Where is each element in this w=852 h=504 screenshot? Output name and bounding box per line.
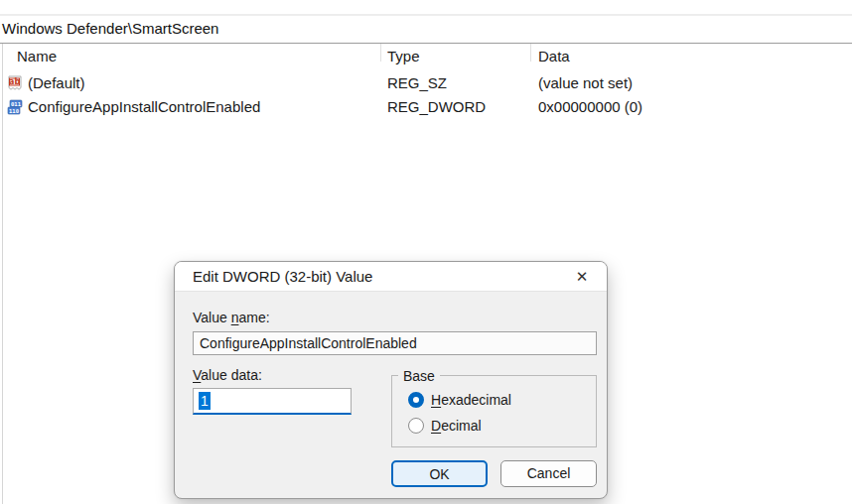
dialog-titlebar: Edit DWORD (32-bit) Value ✕ — [175, 262, 607, 292]
value-type-cell: REG_DWORD — [387, 95, 486, 119]
svg-text:011: 011 — [11, 101, 22, 107]
value-name-field[interactable]: ConfigureAppInstallControlEnabled — [193, 331, 597, 355]
string-value-icon: ab — [7, 75, 23, 91]
selected-value-text: 1 — [199, 392, 211, 410]
base-groupbox — [391, 375, 597, 447]
column-header-name[interactable]: Name — [17, 47, 57, 66]
value-data-cell: 0x00000000 (0) — [538, 95, 642, 119]
value-type-cell: REG_SZ — [387, 71, 447, 95]
decimal-radio-label[interactable]: Decimal — [431, 418, 482, 435]
close-button[interactable]: ✕ — [563, 262, 601, 292]
cancel-button[interactable]: Cancel — [500, 460, 597, 487]
decimal-radio[interactable] — [408, 418, 424, 434]
close-icon: ✕ — [576, 268, 589, 285]
value-data-cell: (value not set) — [538, 71, 633, 95]
column-header-data[interactable]: Data — [538, 47, 570, 66]
dialog-title: Edit DWORD (32-bit) Value — [193, 262, 372, 292]
column-separator[interactable] — [530, 44, 531, 62]
ok-button[interactable]: OK — [391, 460, 488, 487]
registry-path: Windows Defender\SmartScreen — [2, 20, 218, 37]
value-name-cell: (Default) — [28, 71, 85, 95]
column-separator[interactable] — [380, 44, 381, 62]
table-row-configureappinstallcontrolenabled[interactable]: 011 110 ConfigureAppInstallControlEnable… — [3, 95, 852, 119]
hexadecimal-radio[interactable] — [408, 392, 424, 408]
value-data-input[interactable]: 1 — [193, 388, 352, 415]
svg-text:110: 110 — [9, 108, 19, 114]
table-row-default[interactable]: ab (Default) REG_SZ (value not set) — [3, 71, 852, 95]
dword-value-icon: 011 110 — [7, 99, 23, 115]
value-name-label: Value name: — [193, 310, 270, 325]
toolbar-divider — [0, 14, 852, 16]
svg-text:ab: ab — [9, 77, 20, 86]
hexadecimal-radio-label[interactable]: Hexadecimal — [431, 392, 511, 409]
edit-dword-dialog: Edit DWORD (32-bit) Value ✕ Value name: … — [174, 261, 608, 499]
value-data-label: Value data: — [193, 367, 262, 383]
column-header-type[interactable]: Type — [387, 47, 420, 66]
base-groupbox-label: Base — [398, 368, 440, 384]
value-name-cell: ConfigureAppInstallControlEnabled — [28, 95, 260, 119]
list-pane-border-top — [0, 43, 852, 44]
